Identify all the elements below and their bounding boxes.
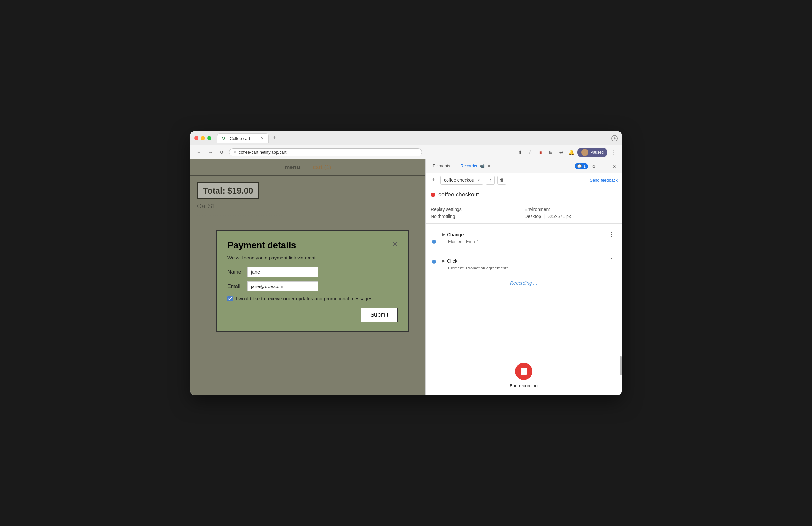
bottom-bar: End recording bbox=[426, 356, 622, 395]
devtools-settings-button[interactable]: ⚙ bbox=[589, 162, 598, 171]
tab-favicon-icon: V bbox=[222, 136, 227, 141]
url-text[interactable]: coffee-cart.netlify.app/cart bbox=[239, 150, 418, 155]
step2-more-button[interactable]: ⋮ bbox=[607, 257, 617, 265]
devtools-tab-actions: 💬 1 ⚙ ⋮ ✕ bbox=[575, 162, 619, 171]
step1-more-button[interactable]: ⋮ bbox=[607, 230, 617, 239]
back-button[interactable]: ← bbox=[194, 148, 203, 157]
trash-icon: 🗑 bbox=[499, 178, 504, 183]
modal-close-button[interactable]: ✕ bbox=[392, 240, 398, 248]
devtools-panel: Elements Recorder 📹 ✕ 💬 1 ⚙ ⋮ ✕ bbox=[425, 160, 622, 395]
recorder-tab-icon-area: 📹 bbox=[480, 164, 485, 168]
recording-title-bar: coffee checkout bbox=[426, 187, 622, 202]
step2-content: ▶ Click ⋮ Element "Promotion agreement" bbox=[437, 253, 617, 274]
tab-elements[interactable]: Elements bbox=[428, 161, 454, 171]
no-throttling-value: No throttling bbox=[431, 214, 523, 219]
scrollbar-thumb[interactable] bbox=[620, 356, 622, 375]
title-bar: V Coffee cart ✕ + ⊕ bbox=[190, 131, 622, 145]
send-feedback-link[interactable]: Send feedback bbox=[590, 178, 618, 183]
browser-window: V Coffee cart ✕ + ⊕ ← → ⟳ ▼ coffee-cart.… bbox=[190, 131, 622, 395]
share-icon[interactable]: ⬆ bbox=[516, 148, 524, 156]
step2-line-top bbox=[434, 253, 434, 260]
recorder-tab-close-icon[interactable]: ✕ bbox=[488, 164, 491, 168]
step1-dot bbox=[432, 240, 436, 244]
devtools-more-button[interactable]: ⋮ bbox=[600, 162, 609, 171]
step1-expand[interactable]: ▶ Change bbox=[443, 232, 464, 237]
devtools-tabs: Elements Recorder 📹 ✕ 💬 1 ⚙ ⋮ ✕ bbox=[426, 160, 622, 173]
step1-type: Change bbox=[447, 232, 464, 237]
chrome-menu-icon[interactable]: ⋮ bbox=[609, 148, 618, 156]
step1-content: ▶ Change ⋮ Element "Email" bbox=[437, 227, 617, 253]
main-content: menu cart (1) Total: $19.00 Ca $1 - - - … bbox=[190, 160, 622, 395]
email-input[interactable] bbox=[247, 281, 318, 291]
chat-badge[interactable]: 💬 1 bbox=[575, 163, 588, 169]
recorder-dropdown-value: coffee checkout bbox=[444, 178, 476, 183]
name-label: Name bbox=[228, 269, 244, 275]
recorder-add-button[interactable]: + bbox=[430, 176, 438, 184]
chat-count: 1 bbox=[583, 164, 585, 168]
maximize-traffic-light[interactable] bbox=[207, 136, 212, 140]
new-tab-button[interactable]: + bbox=[270, 134, 279, 143]
step2-expand[interactable]: ▶ Click bbox=[443, 258, 458, 264]
reload-button[interactable]: ⟳ bbox=[217, 148, 227, 157]
recorder-dropdown[interactable]: coffee checkout ▾ bbox=[440, 176, 483, 184]
end-recording-button[interactable] bbox=[515, 363, 533, 380]
recorder-tab-label: Recorder bbox=[460, 163, 477, 168]
recording-status: Recording ... bbox=[426, 274, 622, 292]
minimize-traffic-light[interactable] bbox=[201, 136, 205, 140]
browser-menu-icon[interactable]: ⊕ bbox=[611, 135, 618, 141]
step1-detail: Element "Email" bbox=[443, 239, 617, 244]
payment-modal: Payment details ✕ We will send you a pay… bbox=[216, 230, 409, 332]
tab-bar: V Coffee cart ✕ + bbox=[217, 133, 609, 143]
name-field-row: Name bbox=[228, 267, 398, 277]
steps-area: ▶ Change ⋮ Element "Email" bbox=[426, 224, 622, 356]
checkbox-row: I would like to receive order updates an… bbox=[228, 296, 398, 301]
lock-icon: ▼ bbox=[233, 150, 237, 154]
tab-recorder[interactable]: Recorder 📹 ✕ bbox=[456, 161, 495, 171]
tab-title: Coffee cart bbox=[230, 136, 250, 141]
desktop-resolution-value: Desktop | 625×671 px bbox=[525, 214, 617, 219]
extension-icon[interactable]: ■ bbox=[536, 148, 545, 156]
paused-label: Paused bbox=[590, 150, 604, 155]
step2-detail: Element "Promotion agreement" bbox=[443, 266, 617, 270]
recorder-delete-button[interactable]: 🗑 bbox=[497, 176, 506, 184]
paused-button[interactable]: Paused bbox=[578, 148, 607, 157]
close-traffic-light[interactable] bbox=[194, 136, 199, 140]
bell-icon[interactable]: 🔔 bbox=[567, 148, 576, 156]
bookmark-icon[interactable]: ☆ bbox=[526, 148, 534, 156]
chat-icon: 💬 bbox=[577, 164, 582, 168]
environment-label: Environment bbox=[525, 207, 617, 212]
step2-container: ▶ Click ⋮ Element "Promotion agreement" bbox=[426, 253, 622, 274]
extension2-icon[interactable]: ⊞ bbox=[547, 148, 555, 156]
step1-header: ▶ Change ⋮ bbox=[443, 230, 617, 239]
stop-icon bbox=[521, 368, 527, 375]
address-bar[interactable]: ▼ coffee-cart.netlify.app/cart bbox=[229, 148, 422, 156]
browser-toolbar: ← → ⟳ ▼ coffee-cart.netlify.app/cart ⬆ ☆… bbox=[190, 145, 622, 160]
end-recording-label: End recording bbox=[510, 383, 538, 388]
promo-checkbox-label: I would like to receive order updates an… bbox=[236, 296, 374, 301]
email-label: Email bbox=[228, 284, 244, 289]
name-input[interactable] bbox=[247, 267, 318, 277]
step2-dot bbox=[432, 260, 436, 264]
forward-button[interactable]: → bbox=[206, 148, 215, 157]
step1-line-bottom bbox=[434, 244, 434, 253]
toolbar-actions: ⬆ ☆ ■ ⊞ ⊕ 🔔 Paused ⋮ bbox=[516, 148, 618, 157]
tab-close-button[interactable]: ✕ bbox=[261, 136, 264, 140]
puzzle-icon[interactable]: ⊕ bbox=[557, 148, 565, 156]
step1-line-top bbox=[434, 230, 434, 240]
devtools-close-button[interactable]: ✕ bbox=[610, 162, 619, 171]
website-panel: menu cart (1) Total: $19.00 Ca $1 - - - … bbox=[190, 160, 425, 395]
browser-tab[interactable]: V Coffee cart ✕ bbox=[217, 133, 269, 143]
recording-status-dot bbox=[431, 193, 435, 197]
user-avatar bbox=[581, 149, 589, 156]
step1-connector bbox=[431, 227, 437, 253]
recorder-upload-button[interactable]: ↑ bbox=[486, 176, 495, 184]
modal-header: Payment details ✕ bbox=[228, 240, 398, 251]
step1-arrow-icon: ▶ bbox=[443, 232, 445, 237]
email-field-row: Email bbox=[228, 281, 398, 291]
promo-checkbox[interactable] bbox=[228, 296, 233, 301]
recording-name: coffee checkout bbox=[438, 191, 479, 198]
recorder-camera-icon: 📹 bbox=[480, 164, 485, 168]
submit-button[interactable]: Submit bbox=[361, 308, 398, 322]
modal-subtitle: We will send you a payment link via emai… bbox=[228, 255, 398, 260]
step2-line-bottom bbox=[434, 264, 434, 274]
